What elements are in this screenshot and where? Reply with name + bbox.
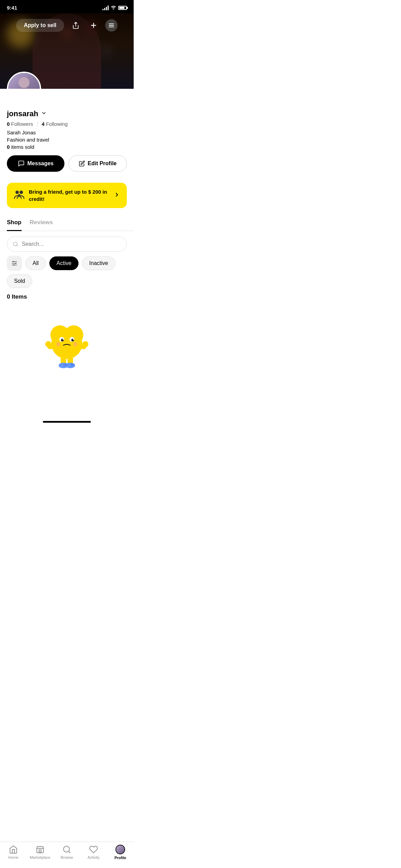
edit-profile-button[interactable]: Edit Profile: [69, 155, 127, 172]
following-count: 4: [42, 121, 45, 127]
search-container: [0, 231, 134, 256]
avatar-container: [7, 72, 41, 89]
svg-point-29: [73, 342, 77, 346]
empty-state: [0, 306, 134, 388]
real-name: Sarah Jonas: [7, 130, 127, 135]
filter-row: All Active Inactive Sold: [0, 256, 134, 293]
status-icons: [102, 5, 127, 11]
battery-icon: [118, 6, 127, 10]
svg-point-10: [18, 194, 20, 196]
status-bar: 9:41: [0, 0, 134, 13]
tab-reviews[interactable]: Reviews: [30, 215, 53, 231]
search-icon: [13, 241, 18, 247]
svg-point-26: [63, 339, 64, 340]
search-wrapper: [7, 237, 127, 252]
referral-banner[interactable]: Bring a friend, get up to $ 200 in credi…: [7, 183, 127, 208]
followers-row: 0 Followers 4 Following: [7, 121, 127, 127]
mascot-illustration: [39, 320, 94, 374]
svg-point-18: [13, 264, 14, 265]
filter-active-button[interactable]: Active: [49, 256, 79, 270]
svg-point-27: [73, 339, 74, 340]
messages-label: Messages: [27, 160, 54, 167]
apply-to-sell-button[interactable]: Apply to sell: [16, 19, 64, 32]
filter-all-button[interactable]: All: [25, 256, 46, 270]
sliders-icon: [11, 260, 18, 267]
svg-point-39: [70, 363, 74, 366]
svg-point-16: [13, 261, 14, 262]
svg-point-6: [19, 77, 29, 88]
svg-point-32: [45, 341, 51, 347]
items-sold: 0 items sold: [7, 144, 127, 150]
referral-text: Bring a friend, get up to $ 200 in credi…: [29, 188, 110, 203]
filter-sold-button[interactable]: Sold: [7, 274, 32, 288]
followers-label: Followers: [11, 121, 33, 127]
home-indicator: [43, 421, 91, 423]
tab-shop[interactable]: Shop: [7, 215, 22, 231]
svg-point-8: [15, 191, 19, 194]
wifi-icon: [111, 5, 116, 11]
svg-point-33: [82, 341, 88, 347]
svg-line-12: [16, 245, 17, 246]
filter-inactive-button[interactable]: Inactive: [82, 256, 115, 270]
svg-point-17: [15, 263, 16, 264]
username: jonsarah: [7, 109, 38, 118]
svg-point-21: [64, 325, 83, 345]
avatar-image: [8, 73, 40, 89]
username-row: jonsarah: [7, 109, 127, 118]
referral-chevron-icon: [114, 192, 120, 200]
edit-profile-label: Edit Profile: [88, 160, 117, 167]
cover-photo: Apply to sell: [0, 13, 134, 89]
followers-count: 0: [7, 121, 10, 127]
referral-icon: [14, 189, 25, 202]
svg-point-9: [20, 191, 23, 194]
action-buttons: Messages Edit Profile: [7, 155, 127, 172]
cover-actions: Apply to sell: [0, 19, 134, 32]
share-button[interactable]: [70, 19, 82, 32]
status-time: 9:41: [7, 5, 17, 11]
add-button[interactable]: [87, 19, 100, 32]
profile-info: jonsarah 0 Followers 4 Following Sarah J…: [0, 89, 134, 183]
filter-icon-button[interactable]: [7, 256, 22, 271]
followers-divider: [37, 121, 38, 127]
tabs-container: Shop Reviews: [0, 215, 134, 231]
svg-point-28: [56, 342, 60, 346]
following-label: Following: [46, 121, 68, 127]
search-input[interactable]: [22, 241, 121, 247]
svg-point-38: [63, 363, 68, 366]
items-sold-count: 0: [7, 144, 10, 150]
avatar: [7, 72, 41, 89]
bio: Fashion and travel: [7, 137, 127, 143]
edit-icon: [79, 160, 85, 167]
items-count: 0 Items: [0, 293, 134, 306]
signal-icon: [102, 5, 109, 10]
menu-button[interactable]: [105, 19, 118, 32]
messages-button[interactable]: Messages: [7, 155, 64, 172]
chevron-down-icon[interactable]: [41, 110, 47, 117]
items-sold-label: items sold: [11, 144, 35, 150]
message-icon: [18, 160, 25, 167]
